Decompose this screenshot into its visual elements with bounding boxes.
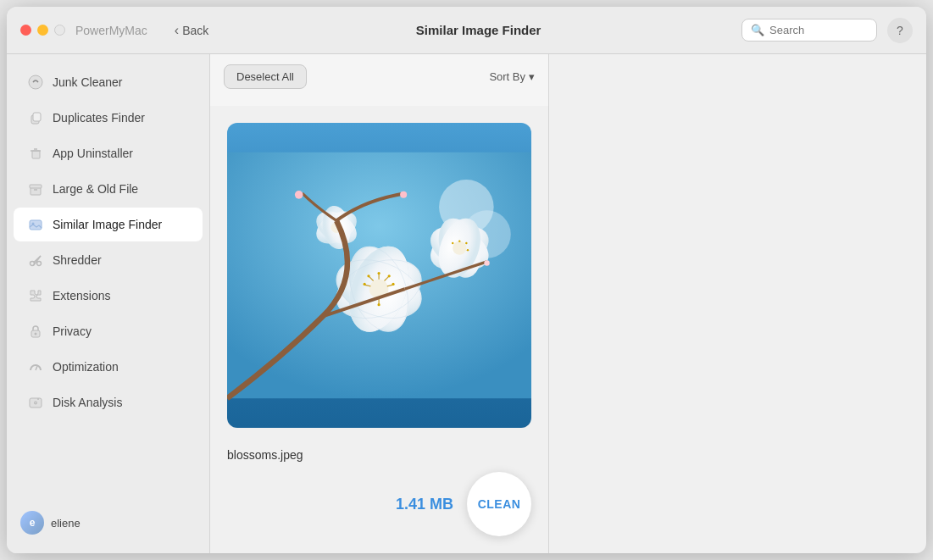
sidebar: Junk Cleaner Duplicates Finder bbox=[7, 54, 210, 553]
sidebar-label-shredder: Shredder bbox=[53, 253, 102, 267]
user-profile[interactable]: e eliene bbox=[7, 502, 209, 543]
preview-image-container bbox=[227, 123, 531, 428]
svg-point-41 bbox=[388, 274, 391, 277]
sidebar-item-large-old-file[interactable]: Large & Old File bbox=[14, 172, 203, 206]
sidebar-label-extensions: Extensions bbox=[53, 289, 110, 302]
sort-by-button[interactable]: Sort By ▾ bbox=[489, 70, 535, 83]
preview-footer: 1.41 MB CLEAN bbox=[227, 472, 531, 536]
avatar: e bbox=[20, 511, 44, 535]
help-button[interactable]: ? bbox=[887, 18, 913, 43]
svg-rect-7 bbox=[30, 185, 42, 188]
sidebar-item-shredder[interactable]: Shredder bbox=[14, 243, 203, 277]
svg-line-17 bbox=[36, 366, 37, 370]
sidebar-label-optimization: Optimization bbox=[53, 360, 119, 374]
sidebar-item-similar-image-finder[interactable]: Similar Image Finder bbox=[14, 208, 203, 241]
svg-rect-2 bbox=[33, 113, 41, 121]
search-input[interactable] bbox=[769, 24, 871, 36]
sidebar-label-junk-cleaner: Junk Cleaner bbox=[53, 75, 123, 89]
file-list-toolbar: Deselect All Sort By ▾ bbox=[210, 54, 548, 99]
minimize-button[interactable] bbox=[37, 25, 48, 36]
back-chevron-icon: ‹ bbox=[175, 23, 179, 38]
sidebar-item-junk-cleaner[interactable]: Junk Cleaner bbox=[14, 65, 203, 99]
copy-icon bbox=[27, 109, 44, 126]
svg-point-53 bbox=[467, 249, 469, 251]
svg-point-51 bbox=[458, 240, 460, 241]
app-name: PowerMyMac bbox=[75, 24, 147, 37]
group-header-flower-02[interactable]: ▲ flower 02 1.27 MB 0·2 bbox=[217, 99, 541, 106]
traffic-lights bbox=[20, 25, 65, 36]
svg-point-60 bbox=[400, 191, 407, 198]
svg-point-54 bbox=[452, 242, 453, 244]
sidebar-label-app-uninstaller: App Uninstaller bbox=[53, 147, 133, 160]
svg-point-43 bbox=[367, 274, 369, 277]
sidebar-label-large-old-file: Large & Old File bbox=[53, 182, 138, 196]
trash-icon bbox=[27, 145, 44, 162]
username: eliene bbox=[51, 517, 81, 530]
svg-point-42 bbox=[392, 283, 394, 286]
preview-file-size: 1.41 MB bbox=[396, 496, 453, 513]
puzzle-icon bbox=[27, 287, 44, 304]
sidebar-item-duplicates-finder[interactable]: Duplicates Finder bbox=[14, 101, 203, 135]
svg-point-50 bbox=[453, 241, 466, 255]
sidebar-label-privacy: Privacy bbox=[53, 324, 92, 338]
lock-icon bbox=[27, 323, 44, 340]
sidebar-item-optimization[interactable]: Optimization bbox=[14, 350, 203, 384]
search-icon: 🔍 bbox=[751, 24, 764, 36]
titlebar: PowerMyMac ‹ Back Similar Image Finder 🔍… bbox=[7, 7, 926, 54]
svg-point-40 bbox=[377, 272, 380, 274]
broom-icon bbox=[27, 74, 44, 91]
archive-icon bbox=[27, 180, 44, 197]
sidebar-item-privacy[interactable]: Privacy bbox=[14, 314, 203, 348]
clean-button[interactable]: CLEAN bbox=[467, 472, 531, 536]
sidebar-label-disk-analysis: Disk Analysis bbox=[53, 396, 122, 409]
sidebar-item-app-uninstaller[interactable]: App Uninstaller bbox=[14, 136, 203, 170]
sidebar-label-duplicates-finder: Duplicates Finder bbox=[53, 111, 145, 125]
svg-point-11 bbox=[31, 262, 35, 266]
svg-point-12 bbox=[37, 262, 42, 266]
search-box[interactable]: 🔍 bbox=[741, 19, 877, 42]
svg-point-59 bbox=[295, 191, 303, 199]
preview-area: blossoms.jpeg 1.41 MB CLEAN bbox=[210, 106, 548, 553]
back-button[interactable]: ‹ Back bbox=[168, 19, 215, 42]
svg-point-45 bbox=[377, 303, 380, 306]
svg-point-0 bbox=[29, 75, 42, 89]
disk-icon bbox=[27, 394, 44, 411]
close-button[interactable] bbox=[20, 25, 31, 36]
gauge-icon bbox=[27, 358, 44, 375]
svg-point-16 bbox=[35, 333, 37, 335]
svg-point-44 bbox=[364, 283, 366, 286]
scissors-icon bbox=[27, 252, 44, 269]
main-content: Junk Cleaner Duplicates Finder bbox=[7, 54, 926, 553]
deselect-all-button[interactable]: Deselect All bbox=[224, 64, 307, 89]
file-list-scroll[interactable]: ▲ flower 02 1.27 MB 0·2 zoen › bbox=[210, 99, 548, 106]
svg-point-52 bbox=[465, 242, 467, 244]
svg-point-61 bbox=[484, 260, 489, 265]
preview-filename: blossoms.jpeg bbox=[227, 448, 303, 462]
sort-by-label: Sort By bbox=[489, 70, 525, 83]
sidebar-item-extensions[interactable]: Extensions bbox=[14, 279, 203, 313]
app-window: PowerMyMac ‹ Back Similar Image Finder 🔍… bbox=[7, 7, 926, 553]
svg-point-20 bbox=[35, 402, 36, 404]
sidebar-item-disk-analysis[interactable]: Disk Analysis bbox=[14, 385, 203, 419]
svg-rect-9 bbox=[30, 220, 42, 230]
preview-image bbox=[227, 123, 531, 428]
sidebar-label-similar-image-finder: Similar Image Finder bbox=[53, 218, 162, 231]
chevron-down-icon: ▾ bbox=[529, 70, 535, 83]
back-label: Back bbox=[182, 24, 208, 37]
svg-rect-3 bbox=[32, 151, 40, 158]
image-icon bbox=[27, 216, 44, 233]
page-title: Similar Image Finder bbox=[416, 23, 541, 37]
maximize-button[interactable] bbox=[54, 25, 65, 36]
file-list-area: Deselect All Sort By ▾ ▲ flower 02 1.27 … bbox=[210, 54, 549, 553]
